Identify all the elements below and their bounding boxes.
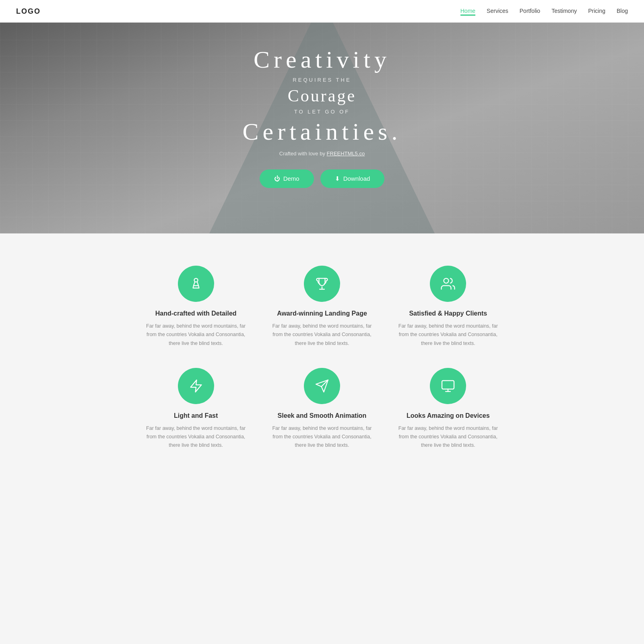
feature-item-light-fast: Light and Fast Far far away, behind the … xyxy=(141,368,251,450)
feature-title-looks-amazing: Looks Amazing on Devices xyxy=(407,412,490,419)
chess-pawn-icon xyxy=(178,266,214,302)
nav-item-portfolio[interactable]: Portfolio xyxy=(520,7,540,16)
paper-plane-icon xyxy=(304,368,340,404)
svg-marker-2 xyxy=(190,380,201,392)
feature-desc-satisfied-clients: Far far away, behind the word mountains,… xyxy=(393,322,503,348)
demo-button[interactable]: ⏻ Demo xyxy=(260,169,314,188)
feature-desc-hand-crafted: Far far away, behind the word mountains,… xyxy=(141,322,251,348)
feature-item-award-winning: Award-winning Landing Page Far far away,… xyxy=(267,266,377,348)
feature-item-sleek-smooth: Sleek and Smooth Animation Far far away,… xyxy=(267,368,377,450)
feature-desc-award-winning: Far far away, behind the word mountains,… xyxy=(267,322,377,348)
logo: LOGO xyxy=(16,7,41,16)
nav-item-pricing[interactable]: Pricing xyxy=(588,7,605,16)
people-icon xyxy=(430,266,466,302)
nav-item-home[interactable]: Home xyxy=(460,7,475,16)
feature-item-looks-amazing: Looks Amazing on Devices Far far away, b… xyxy=(393,368,503,450)
feature-desc-looks-amazing: Far far away, behind the word mountains,… xyxy=(393,424,503,450)
feature-title-sleek-smooth: Sleek and Smooth Animation xyxy=(278,412,367,419)
nav-item-services[interactable]: Services xyxy=(487,7,508,16)
hero-section: Creativity REQUIRES THE Courage TO LET G… xyxy=(0,0,644,233)
hero-title-courage: Courage xyxy=(243,86,402,105)
nav-item-blog[interactable]: Blog xyxy=(617,7,628,16)
features-grid: Hand-crafted with Detailed Far far away,… xyxy=(141,266,503,450)
hero-subtitle-let-go: TO LET GO OF xyxy=(243,109,402,115)
feature-desc-sleek-smooth: Far far away, behind the word mountains,… xyxy=(267,424,377,450)
trophy-icon xyxy=(304,266,340,302)
nav-item-testimony[interactable]: Testimony xyxy=(551,7,577,16)
navbar: LOGO Home Services Portfolio Testimony P… xyxy=(0,0,644,23)
feature-desc-light-fast: Far far away, behind the word mountains,… xyxy=(141,424,251,450)
svg-point-0 xyxy=(194,279,198,282)
lightning-icon xyxy=(178,368,214,404)
feature-item-hand-crafted: Hand-crafted with Detailed Far far away,… xyxy=(141,266,251,348)
feature-item-satisfied-clients: Satisfied & Happy Clients Far far away, … xyxy=(393,266,503,348)
nav-links: Home Services Portfolio Testimony Pricin… xyxy=(460,7,628,16)
svg-point-1 xyxy=(444,279,449,283)
feature-title-hand-crafted: Hand-crafted with Detailed xyxy=(155,310,237,317)
hero-credit-link[interactable]: FREEHTML5.co xyxy=(327,151,365,157)
download-button[interactable]: ⬇ Download xyxy=(320,169,385,188)
hero-title-certainties: Certainties. xyxy=(243,118,402,146)
feature-title-satisfied-clients: Satisfied & Happy Clients xyxy=(409,310,487,317)
hero-title-creativity: Creativity xyxy=(243,46,402,74)
download-icon: ⬇ xyxy=(335,175,340,182)
hero-credit: Crafted with love by FREEHTML5.co xyxy=(243,151,402,157)
features-section: Hand-crafted with Detailed Far far away,… xyxy=(0,233,644,474)
hero-content: Creativity REQUIRES THE Courage TO LET G… xyxy=(243,46,402,188)
hero-subtitle-requires: REQUIRES THE xyxy=(243,77,402,83)
hero-buttons: ⏻ Demo ⬇ Download xyxy=(243,169,402,188)
svg-rect-5 xyxy=(442,380,454,389)
power-icon: ⏻ xyxy=(274,175,280,182)
feature-title-light-fast: Light and Fast xyxy=(174,412,218,419)
feature-title-award-winning: Award-winning Landing Page xyxy=(277,310,367,317)
monitor-icon xyxy=(430,368,466,404)
